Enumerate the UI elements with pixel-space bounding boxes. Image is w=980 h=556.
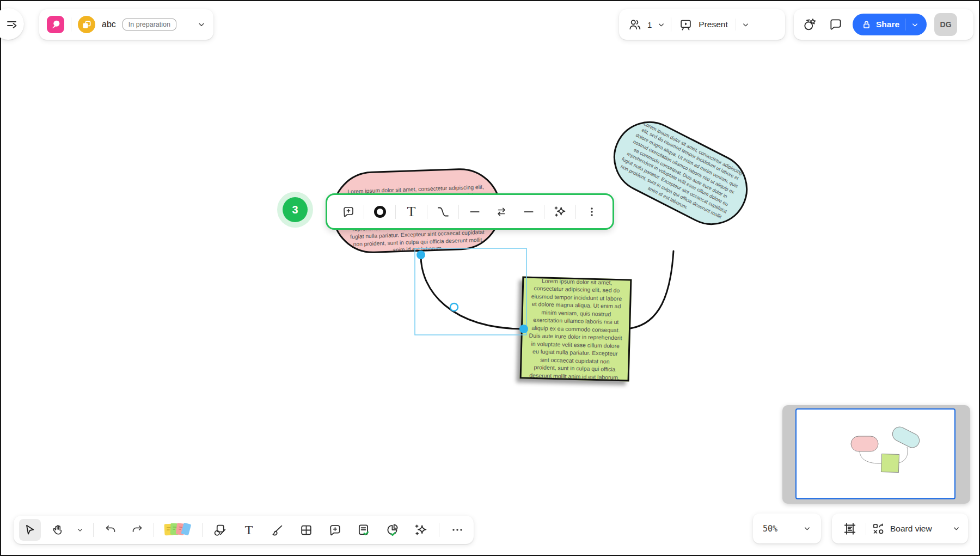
ai-sparkle-icon (553, 205, 567, 219)
apps-tool-button[interactable] (382, 519, 403, 541)
table-icon (299, 523, 313, 537)
toolbar-divider (202, 523, 203, 537)
present-button[interactable]: Present (677, 18, 730, 32)
canvas-shape-green-sticky[interactable]: Lorem ipsum dolor sit amet, consectetur … (520, 276, 632, 381)
card-divider (71, 17, 71, 32)
sticky-note-tool-button[interactable] (161, 519, 195, 541)
text-tool-icon: T (245, 523, 253, 536)
sticky-notes-stack-icon (163, 521, 193, 539)
ai-assist-button[interactable] (549, 200, 572, 223)
users-icon[interactable] (628, 17, 642, 32)
text-tool-button[interactable]: T (238, 519, 260, 541)
shapes-pen-icon (213, 523, 227, 537)
undo-button[interactable] (101, 519, 120, 541)
zoom-level: 50% (763, 524, 777, 534)
line-end-style-button[interactable] (517, 200, 540, 223)
document-check-icon (357, 523, 371, 537)
board-info-card: abc In preparation (39, 9, 213, 40)
comment-plus-icon (328, 523, 342, 537)
pan-tool-button[interactable] (48, 519, 68, 541)
status-badge[interactable]: In preparation (122, 19, 176, 30)
hand-icon (51, 523, 64, 536)
chat-button[interactable] (826, 17, 845, 32)
share-label: Share (876, 20, 899, 29)
stroke-color-button[interactable] (369, 200, 391, 223)
card-divider (671, 17, 671, 32)
card-divider-light (866, 523, 866, 535)
timer-star-icon (802, 17, 817, 32)
table-tool-button[interactable] (296, 519, 317, 541)
tool-options-chevron-button[interactable] (74, 519, 86, 541)
share-button[interactable]: Share (853, 14, 927, 35)
collab-cursor-badge: 3 (277, 192, 313, 228)
pie-check-icon (385, 523, 400, 537)
toolbar-divider (544, 205, 544, 219)
minimap-green-sticky (881, 454, 899, 472)
users-chevron-icon[interactable] (657, 21, 665, 29)
share-chevron-icon[interactable] (911, 21, 919, 29)
toolbar-divider (364, 205, 364, 219)
toolbar-divider (439, 523, 439, 537)
open-sidebar-button[interactable] (0, 8, 24, 40)
view-switcher-label[interactable]: Board view (890, 524, 947, 534)
collaborators-count: 1 (647, 20, 652, 29)
zoom-chevron-icon[interactable] (803, 524, 811, 533)
whiteboard-app: Lorem ipsum dolor sit amet, consectetur … (0, 0, 980, 556)
frames-button[interactable] (840, 522, 860, 536)
board-menu-chevron-icon[interactable] (197, 20, 206, 29)
minimap[interactable] (782, 405, 970, 504)
share-divider (905, 19, 905, 30)
pen-tool-button[interactable] (267, 519, 289, 541)
toolbar-divider (395, 205, 396, 219)
canvas-shape-cyan-pill[interactable]: Lorem ipsum dolor sit amet, consectetur … (601, 109, 760, 237)
toolbar-divider (93, 523, 94, 537)
project-folder-icon[interactable] (78, 16, 95, 33)
ai-sparkle-icon (414, 523, 428, 537)
more-tools-button[interactable] (446, 519, 468, 541)
more-options-button[interactable] (580, 200, 603, 223)
avatar[interactable]: DG (934, 13, 957, 36)
minimap-viewport[interactable] (795, 408, 955, 499)
chat-bubble-icon (829, 17, 843, 32)
stroke-color-swatch-icon (374, 206, 386, 218)
connector-right[interactable] (630, 251, 673, 328)
frame-icon (843, 522, 857, 536)
minimap-content (797, 410, 955, 499)
templates-tool-button[interactable] (353, 519, 375, 541)
app-logo-icon[interactable] (47, 16, 64, 33)
kebab-menu-icon (585, 205, 598, 218)
connector-midpoint-handle[interactable] (450, 303, 458, 311)
add-comment-button[interactable] (337, 200, 360, 223)
chevron-down-icon (76, 526, 84, 534)
swap-direction-button[interactable] (490, 200, 513, 223)
connector-line-type-button[interactable] (432, 200, 455, 223)
ellipsis-icon (451, 523, 464, 536)
select-tool-button[interactable] (19, 519, 41, 541)
redo-button[interactable] (127, 519, 147, 541)
selection-bounding-box (415, 248, 526, 335)
toolbar-divider (154, 523, 154, 537)
board-title[interactable]: abc (102, 20, 116, 29)
text-style-button[interactable]: T (400, 200, 423, 223)
present-chevron-icon[interactable] (742, 21, 750, 29)
timer-button[interactable] (800, 17, 819, 32)
zoom-control[interactable]: 50% (753, 514, 821, 543)
toolbar-divider (458, 205, 459, 219)
collaboration-card: 1 Present (619, 9, 785, 40)
context-toolbar: T (326, 193, 614, 230)
actions-card: Share DG (794, 9, 973, 40)
shapes-tool-button[interactable] (209, 519, 231, 541)
view-chevron-icon[interactable] (952, 524, 960, 533)
line-start-icon (468, 205, 481, 218)
minimap-pink-pill (851, 436, 878, 451)
line-start-style-button[interactable] (463, 200, 486, 223)
connector-selected[interactable] (421, 255, 523, 329)
present-label: Present (699, 20, 727, 29)
comment-tool-button[interactable] (324, 519, 346, 541)
card-divider-light (736, 19, 736, 30)
creation-toolbar: T (14, 516, 474, 544)
toolbar-divider (427, 205, 427, 219)
toolbar-divider (575, 205, 576, 219)
ai-tool-button[interactable] (411, 519, 432, 541)
connector-start-handle[interactable] (416, 250, 425, 259)
